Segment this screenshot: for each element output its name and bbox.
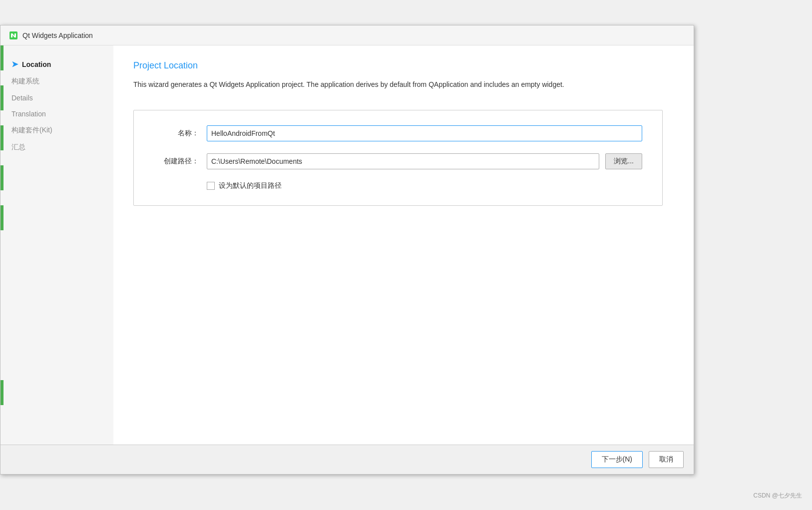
qt-icon	[8, 30, 18, 40]
accent-bar-2	[0, 85, 3, 110]
checkbox-label[interactable]: 设为默认的项目路径	[219, 181, 282, 190]
accent-bar-1	[0, 45, 3, 70]
sidebar-item-translation[interactable]: Translation	[3, 106, 113, 122]
form-container: 名称： 创建路径： 浏览... 设为默认的项目路径	[133, 110, 663, 206]
accent-gap-5	[0, 230, 3, 380]
section-title: Project Location	[133, 60, 674, 71]
accent-bar-3	[0, 125, 3, 150]
sidebar-label-build-kit: 构建套件(Kit)	[11, 126, 52, 135]
sidebar-label-translation: Translation	[11, 110, 46, 118]
accent-gap-1	[0, 70, 3, 85]
sidebar-label-summary: 汇总	[11, 143, 25, 152]
sidebar-item-summary[interactable]: 汇总	[3, 139, 113, 156]
sidebar-label-details: Details	[11, 94, 33, 102]
cancel-button[interactable]: 取消	[649, 451, 684, 468]
checkbox-row: 设为默认的项目路径	[207, 181, 642, 190]
description-text: This wizard generates a Qt Widgets Appli…	[133, 79, 633, 90]
accent-bar-6	[0, 380, 3, 405]
name-label: 名称：	[154, 129, 199, 138]
accent-bar-4	[0, 165, 3, 190]
arrow-right-icon: ➤	[11, 59, 18, 69]
sidebar-item-details[interactable]: Details	[3, 90, 113, 106]
sidebar-item-build-system[interactable]: 构建系统	[3, 73, 113, 90]
accent-gap-2	[0, 110, 3, 125]
next-button[interactable]: 下一步(N)	[591, 451, 643, 468]
accent-gap-4	[0, 190, 3, 205]
sidebar: ➤ Location 构建系统 Details Translation 构建套件…	[3, 45, 113, 445]
path-row: 创建路径： 浏览...	[154, 153, 642, 169]
sidebar-item-build-kit[interactable]: 构建套件(Kit)	[3, 122, 113, 139]
content-area: Project Location This wizard generates a…	[113, 45, 694, 445]
path-label: 创建路径：	[154, 157, 199, 166]
bottom-bar: 下一步(N) 取消	[0, 445, 694, 474]
accent-bar-5	[0, 205, 3, 230]
path-input[interactable]	[207, 153, 599, 169]
default-path-checkbox[interactable]	[207, 182, 215, 190]
name-input[interactable]	[207, 125, 642, 141]
browse-button[interactable]: 浏览...	[605, 153, 642, 169]
accent-gap-3	[0, 150, 3, 165]
dialog-window: Qt Widgets Application ➤ Location 构	[0, 25, 694, 475]
dialog-title: Qt Widgets Application	[22, 31, 93, 39]
title-bar: Qt Widgets Application	[0, 25, 694, 45]
sidebar-label-location: Location	[22, 60, 51, 68]
sidebar-item-location[interactable]: ➤ Location	[3, 55, 113, 73]
name-row: 名称：	[154, 125, 642, 141]
dialog-body: ➤ Location 构建系统 Details Translation 构建套件…	[0, 45, 694, 445]
watermark: CSDN @七夕先生	[753, 492, 802, 500]
sidebar-label-build-system: 构建系统	[11, 77, 39, 86]
